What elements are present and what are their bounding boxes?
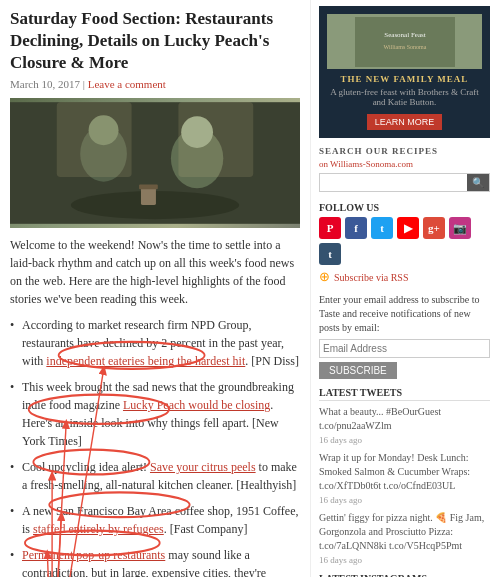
list-item: According to market research firm NPD Gr…: [10, 316, 300, 370]
email-input[interactable]: [319, 339, 490, 358]
twitter-icon[interactable]: t: [371, 217, 393, 239]
tumblr-icon[interactable]: t: [319, 243, 341, 265]
instagram-icon[interactable]: 📷: [449, 217, 471, 239]
svg-text:Williams Sonoma: Williams Sonoma: [383, 44, 426, 50]
ad-learn-more-button[interactable]: LEARN MORE: [367, 114, 443, 130]
tweet-1: What a beauty... #BeOurGuest t.co/pnu2aa…: [319, 405, 490, 433]
intro-text: Welcome to the weekend! Now's the time t…: [10, 236, 300, 308]
subscribe-section: Enter your email address to subscribe to…: [319, 293, 490, 379]
svg-rect-7: [178, 102, 253, 177]
search-input[interactable]: [320, 174, 467, 191]
svg-rect-22: [355, 17, 455, 67]
sidebar-ad: Seasonal Feast Williams Sonoma THE NEW F…: [319, 6, 490, 138]
bullet-3-link[interactable]: Save your citrus peels: [150, 460, 256, 474]
sidebar: Seasonal Feast Williams Sonoma THE NEW F…: [310, 0, 498, 577]
svg-rect-9: [139, 185, 158, 190]
list-item: Cool upcycling idea alert! Save your cit…: [10, 458, 300, 494]
sidebar-search: SEARCH OUR RECIPES on Williams-Sonoma.co…: [319, 146, 490, 192]
social-icons: P f t ▶ g+ 📷 t: [319, 217, 490, 265]
bullet-1-link[interactable]: independent eateries being the hardest h…: [46, 354, 245, 368]
subscribe-text: Enter your email address to subscribe to…: [319, 293, 490, 335]
facebook-icon[interactable]: f: [345, 217, 367, 239]
tweets-title: LATEST TWEETS: [319, 387, 490, 401]
search-input-row: 🔍: [319, 173, 490, 192]
bullet-5-link[interactable]: Permanent pop-up restaurants: [22, 548, 165, 562]
pinterest-icon[interactable]: P: [319, 217, 341, 239]
latest-instagrams: LATEST INSTAGRAMS 🍰 🍽: [319, 573, 490, 577]
bullet-list: According to market research firm NPD Gr…: [10, 316, 300, 577]
ad-tag: THE NEW FAMILY MEAL: [327, 74, 482, 84]
ad-subtitle: A gluten-free feast with Brothers & Craf…: [327, 87, 482, 107]
youtube-icon[interactable]: ▶: [397, 217, 419, 239]
tweet-2: Wrap it up for Monday! Desk Lunch: Smoke…: [319, 451, 490, 493]
list-item: A new San Francisco Bay Area coffee shop…: [10, 502, 300, 538]
instagrams-title: LATEST INSTAGRAMS: [319, 573, 490, 577]
svg-text:Seasonal Feast: Seasonal Feast: [384, 31, 425, 39]
bullet-2-link[interactable]: Lucky Peach would be closing: [123, 398, 270, 412]
gplus-icon[interactable]: g+: [423, 217, 445, 239]
follow-title: FOLLOW US: [319, 202, 490, 213]
list-item: Permanent pop-up restaurants may sound l…: [10, 546, 300, 577]
tweet-3-time: 16 days ago: [319, 555, 490, 565]
search-button[interactable]: 🔍: [467, 174, 489, 191]
article-meta: March 10, 2017 | Leave a comment: [10, 78, 300, 90]
hero-image: [10, 98, 300, 228]
article-title: Saturday Food Section: Restaurants Decli…: [10, 8, 300, 74]
rss-label[interactable]: Subscribe via RSS: [334, 272, 408, 283]
search-label: SEARCH OUR RECIPES: [319, 146, 490, 156]
bullet-4-link[interactable]: staffed entirely by refugees: [33, 522, 164, 536]
latest-tweets: LATEST TWEETS What a beauty... #BeOurGue…: [319, 387, 490, 565]
svg-rect-8: [141, 187, 156, 206]
subscribe-button[interactable]: SUBSCRIBE: [319, 362, 397, 379]
rss-row: ⊕ Subscribe via RSS: [319, 269, 490, 285]
tweet-3: Gettin' figgy for pizza night. 🍕 Fig Jam…: [319, 511, 490, 553]
rss-icon: ⊕: [319, 269, 330, 285]
tweet-1-time: 16 days ago: [319, 435, 490, 445]
list-item: This week brought the sad news that the …: [10, 378, 300, 450]
search-site: on Williams-Sonoma.com: [319, 159, 490, 169]
tweet-2-time: 16 days ago: [319, 495, 490, 505]
follow-section: FOLLOW US P f t ▶ g+ 📷 t ⊕ Subscribe via…: [319, 202, 490, 285]
leave-comment-link[interactable]: Leave a comment: [88, 78, 166, 90]
svg-rect-6: [57, 102, 132, 177]
